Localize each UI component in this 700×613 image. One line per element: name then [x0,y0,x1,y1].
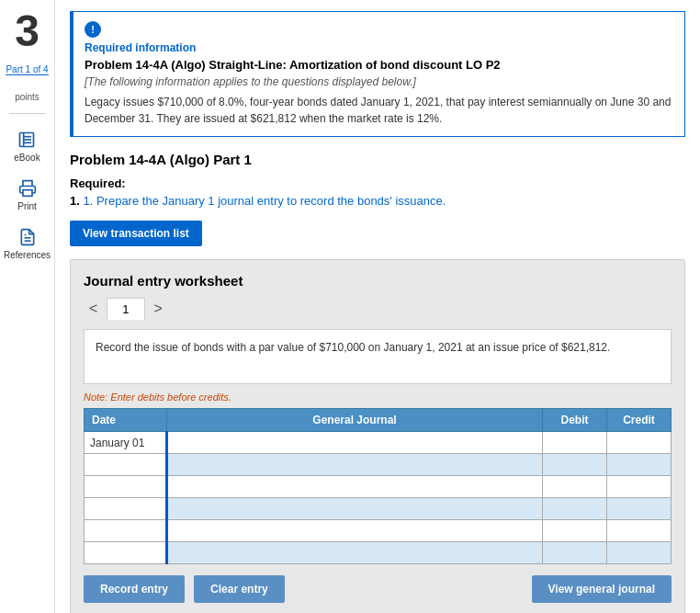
row-2-date [85,454,167,476]
book-icon [16,129,38,151]
tab-prev-arrow[interactable]: < [84,299,103,319]
table-row [85,476,672,498]
problem-title: Problem 14-4A (Algo) Straight-Line: Amor… [85,58,673,72]
journal-worksheet: Journal entry worksheet < 1 > Record the… [70,259,685,613]
journal-table: Date General Journal Debit Credit Januar… [84,408,672,564]
row-6-date [85,542,167,564]
info-icon: ! [85,21,101,38]
row-4-date [85,498,167,520]
required-description: 1. Prepare the January 1 journal entry t… [83,194,446,208]
references-icon [17,226,39,248]
row-1-debit-input[interactable] [547,435,603,450]
row-5-debit-input[interactable] [547,523,603,539]
worksheet-title: Journal entry worksheet [84,273,672,289]
row-1-date: January 01 [85,432,167,454]
part-section-title: Problem 14-4A (Algo) Part 1 [70,152,685,167]
part-label[interactable]: Part 1 of 4 [6,64,48,75]
row-2-journal-input[interactable] [172,457,538,472]
sidebar-item-references[interactable]: References [0,222,54,264]
row-3-journal-input[interactable] [172,479,538,494]
row-6-debit[interactable] [543,542,607,564]
table-row [85,498,672,520]
clear-entry-button[interactable]: Clear entry [194,575,285,603]
row-5-debit[interactable] [543,520,607,542]
page-number: 3 [15,9,40,53]
row-6-journal-input[interactable] [172,545,538,561]
row-4-credit[interactable] [607,498,672,520]
row-4-debit-input[interactable] [547,501,603,517]
sidebar-item-ebook[interactable]: eBook [10,125,43,166]
ebook-label: eBook [14,153,40,163]
note-text: Note: Enter debits before credits. [84,392,672,403]
view-transaction-button[interactable]: View transaction list [70,221,202,246]
col-credit: Credit [607,409,672,432]
row-4-journal[interactable] [167,498,543,520]
row-6-credit-input[interactable] [611,545,667,561]
references-label: References [4,250,51,260]
table-row [85,542,672,564]
row-1-debit[interactable] [543,432,607,454]
row-4-debit[interactable] [543,498,607,520]
row-5-journal[interactable] [167,520,543,542]
description-box: Record the issue of bonds with a par val… [84,329,672,384]
svg-rect-5 [23,190,32,197]
table-row: January 01 [85,432,672,454]
required-number: 1. [70,194,83,208]
required-text: 1. 1. Prepare the January 1 journal entr… [70,194,685,208]
row-2-journal[interactable] [167,454,543,476]
row-4-journal-input[interactable] [172,501,538,517]
col-general-journal: General Journal [167,409,543,432]
row-3-date [85,476,167,498]
row-6-credit[interactable] [607,542,672,564]
record-entry-button[interactable]: Record entry [84,575,185,603]
row-1-journal-input[interactable] [172,435,538,450]
sidebar-item-print[interactable]: Print [13,174,42,215]
row-5-date [85,520,167,542]
row-2-debit[interactable] [543,454,607,476]
row-3-debit-input[interactable] [547,479,603,494]
points-label: points [15,92,40,102]
row-3-credit-input[interactable] [611,479,667,494]
tab-1[interactable]: 1 [107,298,144,320]
table-row [85,520,672,542]
sidebar-divider [9,113,46,114]
row-3-journal[interactable] [167,476,543,498]
info-box: ! Required information Problem 14-4A (Al… [70,11,685,137]
info-body-text: Legacy issues $710,000 of 8.0%, four-yea… [85,94,673,127]
required-label: Required: [70,176,685,190]
row-1-credit-input[interactable] [611,435,667,450]
print-label: Print [17,201,37,211]
tab-navigation: < 1 > [84,298,672,320]
table-row [85,454,672,476]
tab-next-arrow[interactable]: > [149,299,168,319]
required-info-label: Required information [85,41,673,54]
row-6-journal[interactable] [167,542,543,564]
row-3-credit[interactable] [607,476,672,498]
row-1-journal[interactable] [167,432,543,454]
row-5-credit[interactable] [607,520,672,542]
row-1-credit[interactable] [607,432,672,454]
row-6-debit-input[interactable] [547,545,603,561]
row-3-debit[interactable] [543,476,607,498]
info-italic-text: [The following information applies to th… [85,75,673,88]
row-5-credit-input[interactable] [611,523,667,539]
row-2-credit-input[interactable] [611,457,667,472]
row-4-credit-input[interactable] [611,501,667,517]
col-date: Date [85,409,167,432]
row-5-journal-input[interactable] [172,523,538,539]
view-general-journal-button[interactable]: View general journal [532,575,672,603]
print-icon [17,177,39,199]
col-debit: Debit [543,409,607,432]
bottom-buttons: Record entry Clear entry View general jo… [84,575,672,603]
main-content: ! Required information Problem 14-4A (Al… [55,0,700,613]
sidebar: 3 Part 1 of 4 points eBook [0,0,55,613]
row-2-credit[interactable] [607,454,672,476]
row-2-debit-input[interactable] [547,457,603,472]
